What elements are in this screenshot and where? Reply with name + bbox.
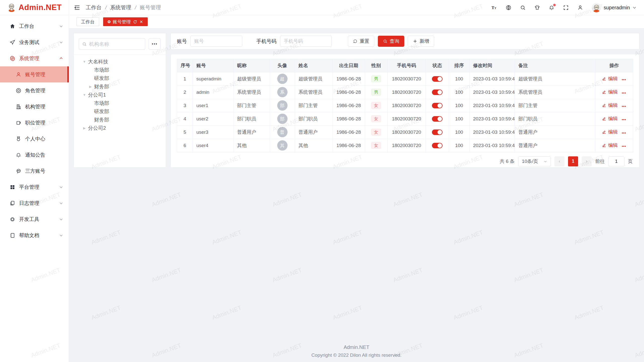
logo[interactable]: Admin.NET (0, 0, 69, 15)
caret-down-icon[interactable]: ▼ (82, 93, 87, 97)
status-toggle[interactable] (432, 129, 442, 135)
sidebar-item-workbench[interactable]: 工作台 (0, 18, 69, 34)
cell-remark: 超级管理员 (515, 72, 595, 85)
caret-right-icon[interactable]: ▶ (88, 85, 93, 88)
tree-node[interactable]: 研发部 (79, 74, 161, 82)
tree-node[interactable]: ▶财务部 (79, 82, 161, 91)
edit-button[interactable]: 编辑 (602, 115, 618, 122)
sidebar-item-help-docs[interactable]: 帮助文档 (0, 227, 69, 243)
cell-phone: 18020030720 (387, 85, 426, 99)
tree-node[interactable]: 研发部 (79, 107, 161, 116)
reset-button[interactable]: 重置 (348, 36, 374, 47)
cell-sort: 100 (449, 139, 469, 152)
goto-label: 前往 (595, 158, 605, 165)
medal-icon (16, 136, 21, 142)
user-menu[interactable]: superadmin (592, 3, 636, 12)
tree-node[interactable]: 市场部 (79, 66, 161, 74)
sidebar-item-third-party-account[interactable]: 三方账号 (0, 163, 69, 179)
accounts-table-panel: 序号 账号 昵称 头像 姓名 出生日期 性别 手机号码 状态 排序 (171, 54, 639, 168)
edit-button[interactable]: 编辑 (602, 142, 618, 149)
tree-node[interactable]: ▼大名科技 (79, 58, 161, 66)
col-modified: 修改时间 (469, 59, 515, 72)
edit-button[interactable]: 编辑 (602, 102, 618, 109)
user-icon (16, 72, 21, 77)
tree-node[interactable]: 财务部 (79, 116, 161, 124)
cell-modified: 2023-01-03 10:59:44 (469, 85, 515, 99)
sidebar-item-notice[interactable]: 通知公告 (0, 147, 69, 163)
more-actions-button[interactable]: ••• (622, 91, 626, 95)
phone-input[interactable] (280, 36, 332, 47)
next-page-button[interactable]: › (582, 156, 592, 166)
sidebar-item-platform-manage[interactable]: 平台管理 (0, 179, 69, 195)
add-button[interactable]: 新增 (408, 36, 434, 47)
breadcrumb-item[interactable]: 工作台 (86, 4, 102, 11)
profile-icon[interactable] (577, 5, 583, 11)
cell-gender: 女 (365, 99, 387, 112)
tree-node[interactable]: ▼分公司1 (79, 91, 161, 99)
col-account: 账号 (193, 59, 233, 72)
tree-more-button[interactable]: ••• (149, 38, 161, 50)
goto-page-input[interactable] (608, 156, 624, 166)
edit-button[interactable]: 编辑 (602, 129, 618, 135)
caret-right-icon[interactable]: ▶ (82, 126, 87, 130)
tab-account-manage[interactable]: 账号管理 (103, 17, 148, 26)
tree-node[interactable]: 市场部 (79, 99, 161, 107)
font-size-icon[interactable]: TT (491, 5, 497, 11)
more-actions-button[interactable]: ••• (622, 118, 626, 122)
sidebar-item-org-manage[interactable]: 机构管理 (0, 99, 69, 115)
refresh-tab-icon[interactable] (133, 20, 137, 24)
sidebar-item-label: 工作台 (19, 23, 34, 30)
breadcrumb-item[interactable]: 系统管理 (110, 4, 131, 11)
edit-button[interactable]: 编辑 (602, 75, 618, 82)
page-size-select[interactable]: 10条/页 (518, 156, 551, 166)
search-icon[interactable] (520, 5, 526, 11)
sidebar-item-system-manage[interactable]: 系统管理 (0, 50, 69, 66)
cell-remark: 部门职员 (515, 112, 595, 125)
cell-sort: 100 (449, 112, 469, 125)
cell-nickname: 超级管理员 (233, 72, 270, 85)
prev-page-button[interactable]: ‹ (554, 156, 565, 166)
tab-workbench[interactable]: 工作台 (76, 17, 99, 26)
sidebar-item-log-manage[interactable]: 日志管理 (0, 195, 69, 211)
sidebar-item-business-test[interactable]: 业务测试 (0, 34, 69, 50)
more-actions-button[interactable]: ••• (622, 104, 626, 108)
org-search-input[interactable] (89, 41, 142, 47)
more-actions-button[interactable]: ••• (622, 131, 626, 135)
status-toggle[interactable] (432, 103, 442, 108)
gender-badge: 女 (371, 115, 381, 122)
cell-phone: 18020030720 (387, 112, 426, 125)
status-toggle[interactable] (432, 143, 442, 148)
caret-down-icon[interactable]: ▼ (82, 60, 87, 64)
col-name: 姓名 (295, 59, 333, 72)
collapse-menu-icon[interactable] (74, 5, 80, 11)
status-toggle[interactable] (432, 89, 442, 95)
query-button[interactable]: 查询 (378, 36, 404, 47)
table-body: 1superadmin超级管理员超超级管理员1986-06-28男1802003… (177, 72, 633, 152)
sidebar-item-personal-center[interactable]: 个人中心 (0, 131, 69, 147)
edit-button[interactable]: 编辑 (602, 89, 618, 95)
status-toggle[interactable] (432, 76, 442, 82)
theme-icon[interactable] (534, 5, 540, 11)
search-icon (82, 42, 87, 47)
org-search-field[interactable] (79, 38, 145, 50)
status-toggle[interactable] (432, 116, 442, 122)
close-tab-icon[interactable] (139, 20, 143, 24)
more-actions-button[interactable]: ••• (622, 144, 626, 148)
breadcrumb: 工作台 / 系统管理 / 账号管理 (86, 4, 161, 11)
sidebar-item-label: 日志管理 (19, 200, 39, 207)
sidebar-item-role-manage[interactable]: 角色管理 (0, 82, 69, 99)
sidebar-item-dev-tools[interactable]: 开发工具 (0, 211, 69, 227)
account-input[interactable] (190, 36, 242, 47)
cell-sort: 100 (449, 85, 469, 99)
send-icon (10, 39, 15, 45)
sidebar-item-position-manage[interactable]: 职位管理 (0, 115, 69, 131)
notification-icon[interactable] (549, 5, 554, 11)
page-number-button[interactable]: 1 (568, 156, 578, 166)
tree-node[interactable]: ▶分公司2 (79, 124, 161, 132)
more-actions-button[interactable]: ••• (622, 78, 626, 82)
cell-phone: 18020030720 (387, 99, 426, 112)
sidebar-item-account-manage[interactable]: 账号管理 (0, 66, 69, 82)
fullscreen-icon[interactable] (563, 5, 569, 11)
language-icon[interactable] (506, 5, 511, 11)
gender-badge: 女 (371, 102, 381, 109)
